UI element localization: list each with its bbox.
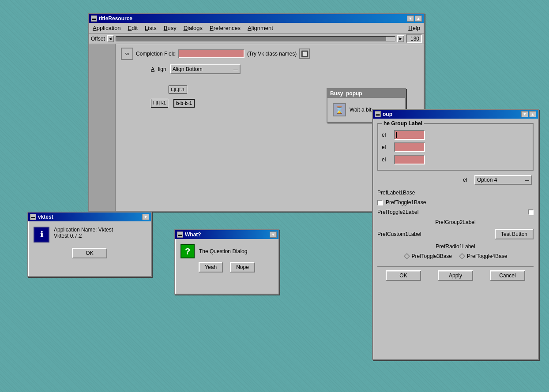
menu-edit[interactable]: Edit: [124, 24, 141, 32]
diamond-radio-3[interactable]: [404, 253, 410, 259]
offset-scrollbar[interactable]: [116, 36, 395, 41]
preftoggle2-label: PrefToggle2Label: [377, 209, 418, 215]
question-buttons: Yeah Nope: [175, 262, 278, 277]
prefs-content: he Group Label el el el el Option 4: [373, 119, 538, 285]
preftoggle4-label: PrefToggle4Base: [467, 253, 507, 259]
vktest-text: Application Name: Vktest Vktest 0.7.2: [54, 227, 113, 239]
prefgroup2-label: PrefGroup2Label: [435, 219, 475, 225]
pref-row-1: el: [382, 130, 529, 140]
busy-popup-title: Busy_popup: [327, 89, 405, 98]
vktest-menu-icon[interactable]: ▬: [30, 214, 36, 220]
prefs-maximize[interactable]: ▲: [529, 111, 536, 117]
main-window-title: titleResource: [99, 15, 132, 22]
vktest-ok-button[interactable]: OK: [72, 248, 107, 258]
vktest-title: vktest: [38, 214, 53, 220]
minimize-button[interactable]: ▼: [407, 15, 414, 22]
vktest-message2: Vktest 0.7.2: [54, 233, 113, 239]
menu-application[interactable]: Application: [89, 24, 124, 32]
svg-marker-0: [404, 254, 410, 259]
question-message: The Question Dialog: [199, 248, 247, 254]
prefcustom1-row: PrefCustom1Label Test Button: [377, 229, 534, 239]
maximize-button[interactable]: ▲: [415, 15, 422, 22]
question-dialog: ▬ What? ▼ ? The Question Dialog Yeah Nop…: [174, 229, 279, 295]
prefradio-row: PrefToggle3Base PrefToggle4Base: [377, 253, 534, 259]
pref-input-3[interactable]: [394, 155, 425, 164]
question-titlebar: ▬ What? ▼: [175, 230, 278, 239]
pref-row-2: el: [382, 142, 529, 152]
vk-logo: Vk: [121, 48, 133, 60]
preftoggle4-group: PrefToggle4Base: [459, 253, 507, 259]
menu-busy[interactable]: Busy: [160, 24, 180, 32]
preflabel1: PrefLabel1Base: [377, 190, 415, 196]
vktest-minimize[interactable]: ▼: [142, 214, 149, 220]
prefs-title: oup: [383, 111, 392, 117]
yeah-button[interactable]: Yeah: [199, 262, 223, 273]
question-content: ? The Question Dialog: [175, 239, 278, 262]
cube-icon: 🔲: [299, 49, 310, 59]
busy-message: Wait a bit.: [350, 107, 373, 113]
main-titlebar: ▬ titleResource ▼ ▲: [89, 14, 424, 23]
prefcustom1-label: PrefCustom1Label: [377, 231, 421, 237]
offset-scroll-left[interactable]: ◄: [107, 35, 114, 42]
diamond-radio-4[interactable]: [459, 253, 465, 259]
question-minimize[interactable]: ▼: [270, 231, 277, 238]
pref-label-1: el: [382, 132, 391, 138]
pref-input-2[interactable]: [394, 142, 425, 152]
vktest-buttons: OK: [28, 248, 151, 263]
completion-input[interactable]: [178, 49, 244, 58]
preftoggle3-label: PrefToggle3Base: [412, 253, 452, 259]
align-popup-btn[interactable]: Align Bottom —: [170, 64, 241, 74]
main-menubar: Application Edit Lists Busy Dialogs Pref…: [89, 23, 424, 34]
preftoggle3-group: PrefToggle3Base: [404, 253, 452, 259]
prefradio1-label: PrefRadio1Label: [436, 243, 475, 250]
prefs-menu-icon[interactable]: ▬: [375, 111, 381, 117]
offset-label: Offset: [91, 36, 105, 42]
vktest-dialog: ▬ vktest ▼ ℹ Application Name: Vktest Vk…: [27, 212, 152, 277]
tag-item-3: b·b·b-1: [173, 99, 195, 108]
align-row: Align Align Bottom —: [116, 63, 424, 75]
preftoggle1-checkbox[interactable]: [377, 200, 383, 205]
group-label: he Group Label: [382, 120, 424, 127]
vktest-content: ℹ Application Name: Vktest Vktest 0.7.2: [28, 221, 151, 248]
prefs-ok-button[interactable]: OK: [386, 270, 421, 281]
prefs-buttons: OK Apply Cancel: [377, 266, 534, 281]
test-button[interactable]: Test Button: [495, 229, 534, 239]
vktest-message1: Application Name: Vktest: [54, 227, 113, 233]
prefradio1-row: PrefRadio1Label: [377, 243, 534, 250]
pref-input-1[interactable]: [394, 130, 425, 140]
align-label: A: [151, 66, 154, 72]
preftoggle2-checkbox[interactable]: [528, 209, 534, 215]
svg-marker-1: [459, 254, 465, 259]
question-icon: ?: [180, 244, 195, 258]
prefs-window: ▬ oup ▼ ▲ he Group Label el el el: [372, 109, 539, 360]
offset-scroll-right[interactable]: ►: [397, 35, 404, 42]
tag-item-1: t-|t-|t-1: [169, 86, 187, 93]
completion-hint: (Try Vk class names): [247, 51, 297, 57]
completion-row: Vk Completion Field (Try Vk class names)…: [116, 44, 424, 63]
option-row: el Option 4 —: [377, 175, 534, 185]
prefs-cancel-button[interactable]: Cancel: [490, 270, 525, 281]
prefs-group-area: he Group Label el el el: [377, 123, 534, 171]
question-title: What?: [185, 231, 201, 238]
menu-preferences[interactable]: Preferences: [206, 24, 244, 32]
tag-item-2: l·|l·|l-1: [151, 99, 168, 108]
vktest-titlebar: ▬ vktest ▼: [28, 213, 151, 221]
menu-lists[interactable]: Lists: [141, 24, 160, 32]
pref-label-2: el: [382, 144, 391, 150]
left-sidebar: [89, 44, 116, 211]
question-menu-icon[interactable]: ▬: [177, 231, 183, 238]
preflabel1-row: PrefLabel1Base: [377, 189, 534, 196]
prefs-apply-button[interactable]: Apply: [438, 270, 473, 281]
menu-help[interactable]: Help: [405, 24, 424, 32]
nope-button[interactable]: Nope: [230, 262, 255, 273]
menu-alignment[interactable]: Alignment: [244, 24, 277, 32]
preftoggle1-label: PrefToggle1Base: [386, 199, 426, 205]
menu-dialogs[interactable]: Dialogs: [180, 24, 206, 32]
prefs-minimize[interactable]: ▼: [521, 111, 528, 117]
prefs-titlebar: ▬ oup ▼ ▲: [373, 110, 538, 119]
preftoggle1-row: PrefToggle1Base: [377, 199, 534, 205]
titlebar-menu-icon[interactable]: ▬: [91, 15, 97, 22]
offset-value-box: 130: [406, 34, 422, 43]
completion-label: Completion Field: [136, 51, 176, 57]
option-popup-btn[interactable]: Option 4 —: [474, 175, 532, 185]
